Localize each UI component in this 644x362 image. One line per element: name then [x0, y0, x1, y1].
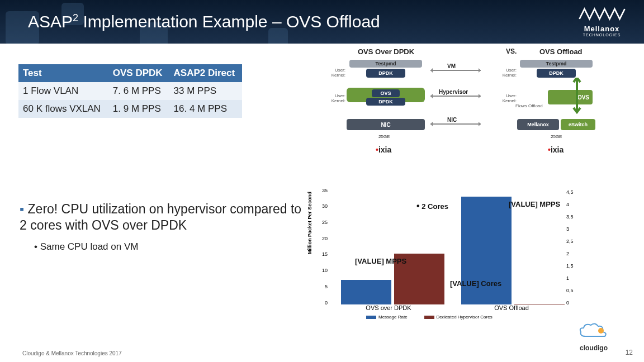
logo-text: Mellanox [570, 25, 634, 33]
slide: ASAP2 Implementation Example – OVS Offlo… [0, 0, 644, 362]
box-nic: NIC [347, 119, 425, 130]
lbl-vm: VM [447, 63, 456, 69]
title-part2: Implementation Example – OVS Offload [78, 12, 380, 31]
page-number: 12 [626, 349, 633, 356]
diag-left-title: OVS Over DPDK [358, 47, 414, 56]
architecture-diagram: OVS Over DPDK VS. OVS Offload Testpmd DP… [313, 47, 604, 182]
bar-msg-rate-dpdk [341, 280, 391, 305]
bar-msg-rate-offload [461, 197, 512, 304]
legend-item: Message Rate [366, 315, 408, 320]
ixia-logo-right: •ixia [548, 145, 564, 154]
cloudigo-text: cloudigo [577, 344, 610, 352]
chart-cat-1: OVS over DPDK [347, 304, 430, 311]
th-asap2: ASAP2 Direct [169, 64, 242, 82]
lbl-flows: Flows Offload [515, 103, 543, 108]
diag-right-title: OVS Offload [539, 47, 583, 56]
table-row: 60 K flows VXLAN 1. 9 M PPS 16. 4 M PPS [18, 100, 242, 118]
lbl-hypervisor: Hypervisor [439, 89, 468, 95]
box-eswitch: eSwitch [561, 119, 595, 130]
lbl-user1: User:Kernel: [324, 68, 345, 78]
box-ovs-label: OVS [372, 89, 400, 97]
box-dpdk: DPDK [366, 69, 405, 78]
lbl-nic: NIC [447, 117, 457, 123]
chart-plot: 0 5 10 15 20 25 30 35 0 0,5 1 1,5 2 2,5 … [330, 190, 565, 304]
diag-vs: VS. [506, 47, 517, 55]
throughput-chart: Million Packet Per Second Number of Dedi… [310, 187, 590, 327]
arrow-icon [430, 123, 481, 125]
ann-value-mpps-r: [VALUE] MPPS [509, 200, 560, 208]
ann-value-mpps-l: [VALUE] MPPS [355, 257, 406, 265]
ann-value-cores-r: [VALUE] Cores [450, 279, 501, 288]
box-mellanox: Mellanox [517, 119, 559, 130]
cloudigo-logo: cloudigo [577, 320, 610, 352]
lbl-25ge-l: 25GE [378, 134, 390, 139]
lbl-user4: User:Kernel: [493, 93, 517, 103]
arrow-icon [430, 96, 481, 97]
lbl-25ge-r: 25GE [551, 134, 562, 139]
chart-legend: Message Rate Dedicated Hypervisor Cores [366, 315, 493, 320]
chart-ylabel: Million Packet Per Second [307, 192, 312, 254]
bullet-block: Zero! CPU utilization on hypervisor comp… [20, 201, 310, 253]
bullet-sub: Same CPU load on VM [34, 241, 310, 253]
mellanox-logo: Mellanox TECHNOLOGIES [570, 6, 634, 36]
performance-table: Test OVS DPDK ASAP2 Direct 1 Flow VLAN 7… [18, 64, 242, 118]
th-dpdk: OVS DPDK [108, 64, 169, 82]
chart-cat-2: OVS Offload [470, 304, 553, 311]
title-bar: ASAP2 Implementation Example – OVS Offlo… [0, 0, 644, 44]
lbl-user2: User:Kernel: [324, 93, 345, 103]
box-testpmd: Testpmd [349, 60, 422, 68]
footer-text: Cloudigo & Mellanox Technologies 2017 [22, 350, 122, 356]
box-dpdk-r: DPDK [537, 69, 576, 78]
title-sup: 2 [73, 12, 78, 23]
ann-2cores: • 2 Cores [416, 201, 448, 211]
logo-subtext: TECHNOLOGIES [570, 33, 634, 37]
table-row: 1 Flow VLAN 7. 6 M PPS 33 M PPS [18, 82, 242, 100]
arrow-icon [430, 70, 481, 71]
svg-point-0 [598, 328, 604, 334]
bullet-main: Zero! CPU utilization on hypervisor comp… [20, 201, 310, 234]
legend-item: Dedicated Hypervisor Cores [424, 315, 493, 320]
box-testpmd-r: Testpmd [520, 60, 593, 68]
box-dpdk2: DPDK [366, 98, 405, 106]
green-arrow-icon [570, 78, 587, 119]
title-part1: ASAP [28, 12, 73, 31]
page-title: ASAP2 Implementation Example – OVS Offlo… [28, 12, 380, 31]
table-header-row: Test OVS DPDK ASAP2 Direct [18, 64, 242, 82]
th-test: Test [18, 64, 108, 82]
ixia-logo-left: •ixia [376, 145, 391, 154]
lbl-user3: User:Kernel: [493, 68, 517, 78]
